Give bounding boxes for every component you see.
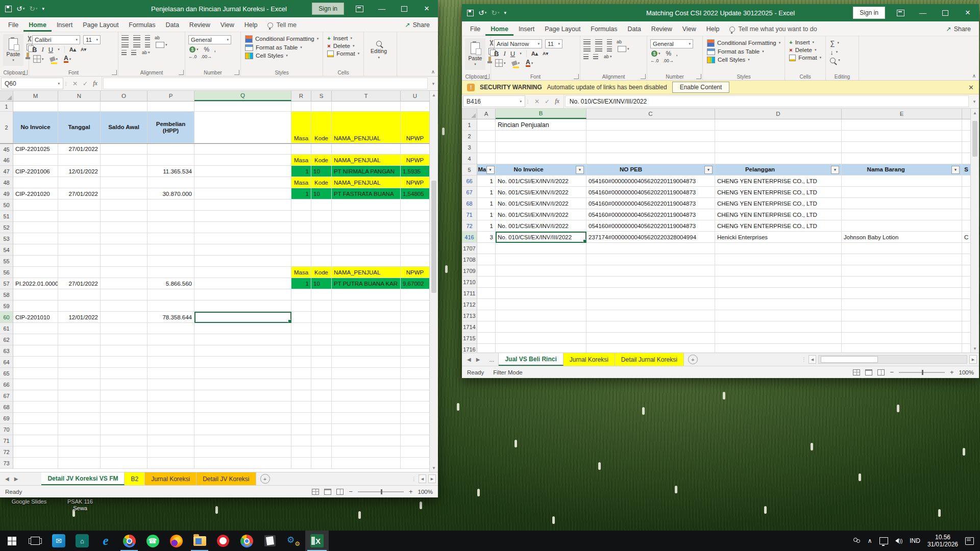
row-header-45[interactable]: 45 <box>0 144 13 155</box>
page-break-view-icon[interactable] <box>877 369 885 375</box>
cell[interactable] <box>148 233 194 244</box>
cell[interactable] <box>586 299 715 310</box>
column-header-O[interactable]: O <box>101 91 148 101</box>
page-break-view-icon[interactable] <box>336 489 344 495</box>
confirm-entry-icon[interactable]: ✓ <box>83 80 88 87</box>
cell[interactable]: Kode <box>311 267 332 278</box>
editing-collapsed-button[interactable]: Editing ▾ <box>367 34 390 66</box>
cell[interactable]: 10 <box>311 166 332 177</box>
cell[interactable] <box>13 233 58 244</box>
cell[interactable] <box>311 300 332 312</box>
cell[interactable] <box>715 321 842 333</box>
scrollbar-thumb[interactable] <box>431 181 436 293</box>
cell[interactable] <box>101 102 148 112</box>
number-format-select[interactable]: General▾ <box>188 35 231 44</box>
people-icon[interactable] <box>852 538 861 544</box>
cell[interactable]: NPWP <box>401 177 429 188</box>
row-header-72[interactable]: 72 <box>462 220 477 232</box>
cell[interactable] <box>58 267 101 278</box>
speaker-icon[interactable]: )) <box>895 538 903 544</box>
clipboard-dialog-launcher-icon[interactable] <box>484 74 489 79</box>
filter-dropdown-icon[interactable]: ▾ <box>831 166 839 174</box>
cell[interactable]: Nama Barang▾ <box>842 164 962 176</box>
cell[interactable]: NAMA_PENJUAL <box>332 112 401 143</box>
cell[interactable] <box>715 142 842 153</box>
cell[interactable] <box>194 446 291 458</box>
cell[interactable] <box>962 333 970 344</box>
cell[interactable] <box>311 379 332 390</box>
cell[interactable] <box>194 244 291 256</box>
cell[interactable] <box>715 243 842 254</box>
tab-home[interactable]: Home <box>485 23 513 36</box>
taskbar-sticky-notes-icon[interactable] <box>258 531 282 551</box>
cell[interactable] <box>13 155 58 166</box>
maximize-button[interactable] <box>393 0 415 17</box>
cell[interactable] <box>291 199 311 211</box>
cell[interactable]: No. 001/CSI/EX/INV/I/2022 <box>496 176 586 187</box>
cell[interactable] <box>715 254 842 265</box>
cell[interactable] <box>101 177 148 188</box>
minimize-button[interactable]: — <box>371 0 393 17</box>
italic-button[interactable]: I <box>41 45 43 54</box>
ribbon-display-options-button[interactable] <box>348 0 371 17</box>
comma-style-button[interactable]: , <box>676 49 678 57</box>
wrap-text-button[interactable]: ab <box>617 39 622 44</box>
cell[interactable] <box>13 289 58 300</box>
cell[interactable]: 12/01/2022 <box>58 166 101 177</box>
cell[interactable]: 5.866.560 <box>148 278 194 289</box>
cell[interactable] <box>148 211 194 222</box>
sheet-nav-left-icon[interactable]: ◀ <box>5 476 9 482</box>
cell[interactable] <box>311 435 332 446</box>
cell[interactable] <box>291 424 311 435</box>
cell[interactable] <box>332 300 401 312</box>
cell[interactable] <box>194 379 291 390</box>
cell[interactable]: 27/01/2022 <box>58 188 101 199</box>
row-header-1710[interactable]: 1710 <box>462 277 477 288</box>
cell[interactable] <box>148 199 194 211</box>
tab-home[interactable]: Home <box>23 19 52 32</box>
cell[interactable] <box>291 379 311 390</box>
cell[interactable] <box>291 244 311 256</box>
sheet-tab-detail-jv-koreksi-vs-fm[interactable]: Detail JV Koreksi VS FM <box>41 472 125 485</box>
enable-content-button[interactable]: Enable Content <box>672 82 730 93</box>
cell[interactable] <box>311 345 332 357</box>
cell[interactable] <box>194 435 291 446</box>
cell[interactable]: CIP-2201010 <box>13 312 58 323</box>
row-header-52[interactable]: 52 <box>0 222 13 233</box>
cell[interactable]: 27/01/2022 <box>58 144 101 155</box>
cell[interactable]: Johnson Baby Lotion <box>842 232 962 243</box>
scroll-up-icon[interactable]: ▲ <box>971 109 979 117</box>
new-sheet-button[interactable]: + <box>688 355 698 364</box>
cell[interactable]: Henicki Enterprises <box>715 232 842 243</box>
row-header-416[interactable]: 416 <box>462 232 477 243</box>
cell[interactable] <box>842 153 962 164</box>
confirm-entry-icon[interactable]: ✓ <box>545 98 550 105</box>
sheet-tab-jual-vs-beli-rinci[interactable]: Jual VS Beli Rinci <box>499 353 563 366</box>
tab-data[interactable]: Data <box>160 19 184 32</box>
cell[interactable] <box>715 344 842 353</box>
filter-dropdown-icon[interactable]: ▾ <box>951 166 960 174</box>
row-header-58[interactable]: 58 <box>0 289 13 300</box>
cell[interactable] <box>496 142 586 153</box>
cell[interactable] <box>332 424 401 435</box>
cell[interactable] <box>291 233 311 244</box>
font-name-select[interactable]: Calibri▾ <box>32 35 80 44</box>
cell[interactable]: 1 <box>477 209 496 220</box>
cell[interactable] <box>401 199 429 211</box>
cell[interactable] <box>842 254 962 265</box>
align-center-icon[interactable] <box>595 46 602 52</box>
cell[interactable] <box>58 199 101 211</box>
cell[interactable] <box>101 379 148 390</box>
insert-cells-button[interactable]: + Insert▾ <box>788 38 822 46</box>
cell[interactable]: 9,67002 <box>401 278 429 289</box>
cell[interactable]: 237174#00000000405620220328004994 <box>586 232 715 243</box>
cell[interactable] <box>13 222 58 233</box>
cell[interactable] <box>101 300 148 312</box>
cell[interactable]: 1 <box>477 220 496 232</box>
cell[interactable] <box>148 300 194 312</box>
cell[interactable] <box>101 267 148 278</box>
language-indicator[interactable]: IND <box>910 537 920 544</box>
cell[interactable] <box>101 312 148 323</box>
paste-button[interactable]: Paste ▾ <box>465 38 485 70</box>
undo-button[interactable]: ↺▾ <box>16 5 24 13</box>
